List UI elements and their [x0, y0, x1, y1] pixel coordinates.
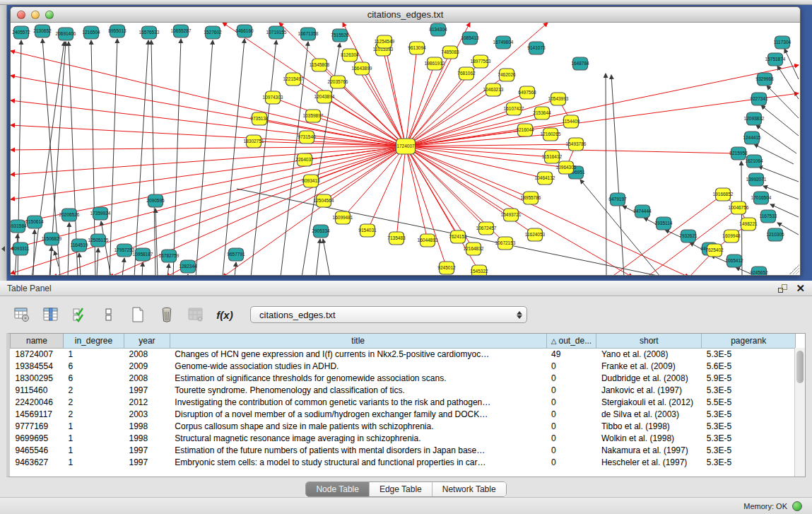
tab-node-table[interactable]: Node Table: [306, 482, 370, 496]
table-cell[interactable]: 9465546: [11, 444, 64, 456]
network-node[interactable]: 7681062: [457, 67, 476, 80]
minimize-window-button[interactable]: [31, 11, 40, 19]
table-cell[interactable]: Estimation of significance thresholds fo…: [170, 372, 546, 384]
network-node[interactable]: 12215497: [283, 73, 304, 86]
column-header-year[interactable]: year: [124, 334, 170, 348]
table-cell[interactable]: 5.3E-5: [702, 348, 796, 360]
table-cell[interactable]: 1: [63, 348, 124, 360]
network-node[interactable]: 9154031: [358, 224, 377, 237]
table-row[interactable]: 1456911722003Disruption of a novel membe…: [11, 408, 796, 420]
table-cell[interactable]: 0: [546, 384, 596, 396]
table-cell[interactable]: Estimation of the future numbers of pati…: [170, 444, 546, 456]
table-cell[interactable]: de Silva et al. (2003): [596, 408, 702, 420]
table-cell[interactable]: Tibbo et al. (1998): [596, 420, 702, 432]
network-node[interactable]: 1164519: [71, 239, 88, 252]
network-node[interactable]: 1648784: [571, 57, 589, 70]
table-cell[interactable]: 22420046: [11, 396, 64, 408]
network-node[interactable]: 10672153: [495, 237, 516, 250]
table-cell[interactable]: Franke et al. (2009): [596, 360, 702, 372]
network-node[interactable]: 18955786: [521, 192, 541, 204]
network-node[interactable]: 15493721: [501, 209, 522, 221]
network-node[interactable]: 2905334: [312, 225, 330, 238]
network-node[interactable]: 9245652: [750, 267, 768, 275]
network-node[interactable]: 3931584: [11, 220, 27, 233]
table-cell[interactable]: 2012: [124, 396, 170, 408]
table-row[interactable]: 946554611997Estimation of the future num…: [11, 444, 796, 456]
table-cell[interactable]: 1: [63, 420, 124, 432]
network-node[interactable]: 19166852: [713, 188, 734, 201]
network-node[interactable]: 9245012: [437, 262, 456, 274]
network-node[interactable]: 10464132: [535, 172, 555, 185]
column-header-out_de[interactable]: △out_de...: [546, 334, 596, 348]
network-node[interactable]: 7932621: [679, 230, 698, 243]
network-node[interactable]: 16044893: [418, 234, 438, 247]
table-cell[interactable]: 18724007: [11, 348, 64, 360]
network-node[interactable]: 1244415: [743, 132, 761, 144]
network-node[interactable]: 11506829: [42, 233, 62, 245]
table-cell[interactable]: 2008: [124, 372, 170, 384]
table-cell[interactable]: 0: [546, 372, 596, 384]
table-cell[interactable]: 1: [63, 456, 124, 468]
table-cell[interactable]: Investigating the contribution of common…: [170, 396, 546, 408]
table-cell[interactable]: 5.3E-5: [702, 456, 796, 468]
network-node[interactable]: 2130652: [33, 25, 52, 37]
network-node[interactable]: 10964305: [556, 161, 577, 174]
network-node[interactable]: 6466160: [235, 25, 254, 37]
network-node[interactable]: 12160265: [541, 128, 561, 141]
table-cell[interactable]: 1998: [124, 420, 170, 432]
network-node[interactable]: 2935114: [655, 217, 673, 230]
network-node[interactable]: 7515526: [331, 29, 349, 42]
network-node[interactable]: 19861912: [425, 57, 445, 70]
network-node[interactable]: 1724007: [396, 139, 416, 154]
network-node[interactable]: 9474444: [633, 205, 652, 218]
network-node[interactable]: 1609948: [722, 230, 741, 243]
network-node[interactable]: 7625402: [705, 244, 724, 257]
table-cell[interactable]: Changes of HCN gene expression and I(f) …: [170, 348, 546, 360]
table-cell[interactable]: 5.3E-5: [702, 432, 796, 444]
network-node[interactable]: 16671358: [298, 28, 319, 40]
network-node[interactable]: 16782759: [159, 250, 180, 262]
network-node[interactable]: 7135483: [387, 232, 406, 245]
network-node[interactable]: 9227341: [750, 93, 768, 105]
network-window-titlebar[interactable]: citations_edges.txt: [11, 7, 800, 23]
network-node[interactable]: 2090595: [146, 194, 165, 207]
function-builder-icon[interactable]: f(x): [216, 305, 234, 324]
network-node[interactable]: 13992071: [746, 173, 767, 186]
network-node[interactable]: 9657791: [227, 248, 245, 261]
column-header-title[interactable]: title: [170, 334, 546, 348]
column-header-name[interactable]: name: [11, 334, 64, 348]
network-node[interactable]: 2405572: [12, 26, 30, 39]
network-node[interactable]: 1498221: [739, 218, 758, 230]
delete-table-icon[interactable]: [158, 305, 176, 324]
table-cell[interactable]: 2008: [124, 348, 170, 360]
table-cell[interactable]: Jankovic et al. (1997): [596, 384, 702, 396]
table-cell[interactable]: Stergiakouli et al. (2012): [596, 396, 702, 408]
close-window-button[interactable]: [17, 11, 25, 19]
table-row[interactable]: 911546021997Tourette syndrome. Phenomeno…: [11, 384, 796, 396]
network-node[interactable]: 22035766: [328, 76, 348, 88]
table-cell[interactable]: 2: [63, 408, 124, 420]
window-resize-grip[interactable]: [789, 264, 799, 274]
network-node[interactable]: 11624053: [525, 228, 546, 241]
network-node[interactable]: 1216504: [82, 26, 100, 39]
network-node[interactable]: 2150614: [25, 216, 44, 228]
network-node[interactable]: 9735134: [250, 112, 269, 125]
create-table-icon[interactable]: [129, 305, 147, 324]
table-row[interactable]: 946362711997Embryonic stem cells: a mode…: [11, 456, 796, 468]
network-node[interactable]: 9329968: [755, 73, 774, 86]
table-cell[interactable]: Tourette syndrome. Phenomenology and cla…: [170, 384, 546, 396]
table-cell[interactable]: 5.3E-5: [702, 384, 796, 396]
table-cell[interactable]: 1: [63, 444, 124, 456]
table-cell[interactable]: 5.3E-5: [702, 420, 796, 432]
table-cell[interactable]: 18300295: [11, 372, 64, 384]
table-cell[interactable]: Corpus callosum shape and size in male p…: [170, 420, 546, 432]
network-node[interactable]: 1154409: [563, 115, 580, 128]
network-node[interactable]: 9731540: [298, 131, 316, 144]
table-cell[interactable]: 0: [546, 360, 596, 372]
network-node[interactable]: 9141073: [527, 42, 546, 54]
table-cell[interactable]: Genome-wide association studies in ADHD.: [170, 360, 546, 372]
network-node[interactable]: 17016504: [751, 192, 772, 204]
network-node[interactable]: 16576533: [139, 26, 160, 39]
network-node[interactable]: 1065412: [725, 255, 743, 267]
table-cell[interactable]: 5.6E-5: [702, 360, 796, 372]
